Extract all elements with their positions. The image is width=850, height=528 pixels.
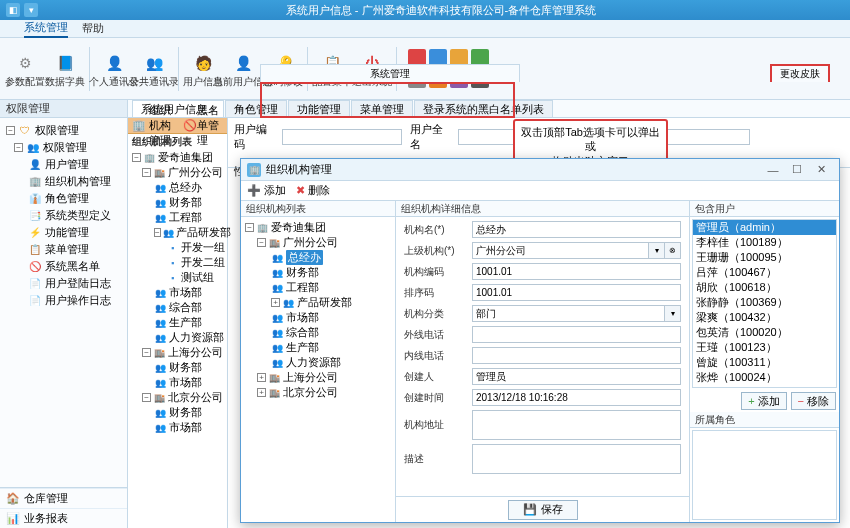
list-item[interactable]: 李梓佳（100189） — [693, 235, 836, 250]
add-button[interactable]: ➕添加 — [247, 183, 286, 198]
expander-icon[interactable]: + — [257, 388, 266, 397]
input-user-no[interactable] — [282, 129, 402, 145]
expander-icon[interactable]: − — [142, 168, 151, 177]
input-org-type[interactable] — [472, 305, 665, 322]
dialog-title-bar[interactable]: 🏢 组织机构管理 — ☐ ✕ — [241, 159, 839, 181]
dlg-tree-dept-sel[interactable]: 👥总经办 — [243, 250, 393, 265]
input-parent[interactable] — [472, 242, 649, 259]
nav-org-mgmt[interactable]: 🏢组织机构管理 — [2, 173, 125, 190]
mt-dept[interactable]: 👥市场部 — [130, 375, 225, 390]
ribbon-public-contacts[interactable]: 👥公共通讯录 — [135, 41, 173, 97]
mt-dept[interactable]: 👥财务部 — [130, 195, 225, 210]
combo-drop-button[interactable]: ▾ — [649, 242, 665, 259]
combo-clear-button[interactable]: ⊗ — [665, 242, 681, 259]
nav-func-mgmt[interactable]: ⚡功能管理 — [2, 224, 125, 241]
mt-dept[interactable]: 👥市场部 — [130, 285, 225, 300]
mt-team[interactable]: ▪开发二组 — [130, 255, 225, 270]
input-org-code[interactable] — [472, 263, 681, 280]
menu-help[interactable]: 帮助 — [82, 21, 104, 36]
list-item[interactable]: 曾旋（100311） — [693, 355, 836, 370]
delete-button[interactable]: ✖删除 — [296, 183, 330, 198]
input-creator[interactable] — [472, 368, 681, 385]
nav-user-mgmt[interactable]: 👤用户管理 — [2, 156, 125, 173]
minimize-button[interactable]: — — [761, 161, 785, 179]
mt-dept[interactable]: 👥财务部 — [130, 360, 225, 375]
input-create-time[interactable] — [472, 389, 681, 406]
save-button[interactable]: 💾保存 — [508, 500, 578, 520]
expander-icon[interactable]: − — [132, 153, 141, 162]
dropdown-icon[interactable]: ▾ — [24, 3, 38, 17]
tab-func[interactable]: 功能管理 — [288, 100, 350, 117]
nav-blacklist[interactable]: 🚫系统黑名单 — [2, 258, 125, 275]
ribbon-param-config[interactable]: ⚙参数配置 — [6, 41, 44, 97]
ribbon-current-user[interactable]: 👤当前用户信息 — [224, 41, 262, 97]
menu-system[interactable]: 系统管理 — [24, 20, 68, 38]
add-user-button[interactable]: +添加 — [741, 392, 786, 410]
list-item[interactable]: 梁爽（100432） — [693, 310, 836, 325]
mt-bj[interactable]: −🏬北京分公司 — [130, 390, 225, 405]
mt-dept[interactable]: 👥市场部 — [130, 420, 225, 435]
dlg-tree-dept[interactable]: 👥人力资源部 — [243, 355, 393, 370]
expander-icon[interactable]: − — [6, 126, 15, 135]
input-sort[interactable] — [472, 284, 681, 301]
list-item[interactable]: 包英清（100020） — [693, 325, 836, 340]
mt-dept[interactable]: 👥人力资源部 — [130, 330, 225, 345]
list-item[interactable]: 胡欣（100618） — [693, 280, 836, 295]
dlg-tree-dept[interactable]: 👥工程部 — [243, 280, 393, 295]
input-desc[interactable] — [472, 444, 681, 474]
mt-dept[interactable]: 👥工程部 — [130, 210, 225, 225]
skin-tab[interactable]: 更改皮肤 — [770, 64, 830, 82]
expander-icon[interactable]: − — [142, 393, 151, 402]
mt-team[interactable]: ▪开发一组 — [130, 240, 225, 255]
expander-icon[interactable]: − — [257, 238, 266, 247]
mt-sh[interactable]: −🏬上海分公司 — [130, 345, 225, 360]
nav-warehouse[interactable]: 🏠仓库管理 — [0, 488, 127, 508]
input-outer-tel[interactable] — [472, 326, 681, 343]
mt-gz[interactable]: −🏬广州分公司 — [130, 165, 225, 180]
nav-op-log[interactable]: 📄用户操作日志 — [2, 292, 125, 309]
dlg-tree-dept[interactable]: 👥生产部 — [243, 340, 393, 355]
list-item[interactable]: 王瑾（100123） — [693, 340, 836, 355]
list-item[interactable]: 管理员（admin） — [693, 220, 836, 235]
ribbon-data-dict[interactable]: 📘数据字典 — [46, 41, 84, 97]
mt-dept[interactable]: 👥综合部 — [130, 300, 225, 315]
nav-reports[interactable]: 📊业务报表 — [0, 508, 127, 528]
expander-icon[interactable]: − — [14, 143, 23, 152]
nav-sub[interactable]: −👥权限管理 — [2, 139, 125, 156]
nav-systype[interactable]: 📑系统类型定义 — [2, 207, 125, 224]
dlg-tree-gz[interactable]: −🏬广州分公司 — [243, 235, 393, 250]
expander-icon[interactable]: − — [245, 223, 254, 232]
expander-icon[interactable]: − — [142, 348, 151, 357]
list-item[interactable]: 张烨（100024） — [693, 370, 836, 385]
dlg-tree-dept[interactable]: 👥财务部 — [243, 265, 393, 280]
dlg-tree-dept[interactable]: 👥市场部 — [243, 310, 393, 325]
tab-menu[interactable]: 菜单管理 — [351, 100, 413, 117]
mt-root[interactable]: −🏢爱奇迪集团 — [130, 150, 225, 165]
nav-role-mgmt[interactable]: 👔角色管理 — [2, 190, 125, 207]
remove-user-button[interactable]: −移除 — [791, 392, 836, 410]
dlg-tree-dept[interactable]: +👥产品研发部 — [243, 295, 393, 310]
dlg-tree-bj[interactable]: +🏬北京分公司 — [243, 385, 393, 400]
combo-drop-button[interactable]: ▾ — [665, 305, 681, 322]
mt-dept[interactable]: 👥财务部 — [130, 405, 225, 420]
expander-icon[interactable]: − — [154, 228, 161, 237]
input-inner-tel[interactable] — [472, 347, 681, 364]
mt-dept[interactable]: 👥总经办 — [130, 180, 225, 195]
expander-icon[interactable]: + — [257, 373, 266, 382]
role-list[interactable] — [692, 430, 837, 520]
mt-dev[interactable]: −👥产品研发部 — [130, 225, 225, 240]
ribbon-user-info[interactable]: 🧑用户信息 — [184, 41, 222, 97]
nav-menu-mgmt[interactable]: 📋菜单管理 — [2, 241, 125, 258]
nav-login-log[interactable]: 📄用户登陆日志 — [2, 275, 125, 292]
input-org-name[interactable] — [472, 221, 681, 238]
mt-dept[interactable]: 👥生产部 — [130, 315, 225, 330]
input-addr[interactable] — [472, 410, 681, 440]
ribbon-personal-contacts[interactable]: 👤个人通讯录 — [95, 41, 133, 97]
maximize-button[interactable]: ☐ — [785, 161, 809, 179]
dlg-tree-dept[interactable]: 👥综合部 — [243, 325, 393, 340]
nav-root[interactable]: −🛡权限管理 — [2, 122, 125, 139]
close-button[interactable]: ✕ — [809, 161, 833, 179]
list-item[interactable]: 张静静（100369） — [693, 295, 836, 310]
sys-tab-title[interactable]: 系统管理 — [261, 67, 519, 81]
mt-team[interactable]: ▪测试组 — [130, 270, 225, 285]
